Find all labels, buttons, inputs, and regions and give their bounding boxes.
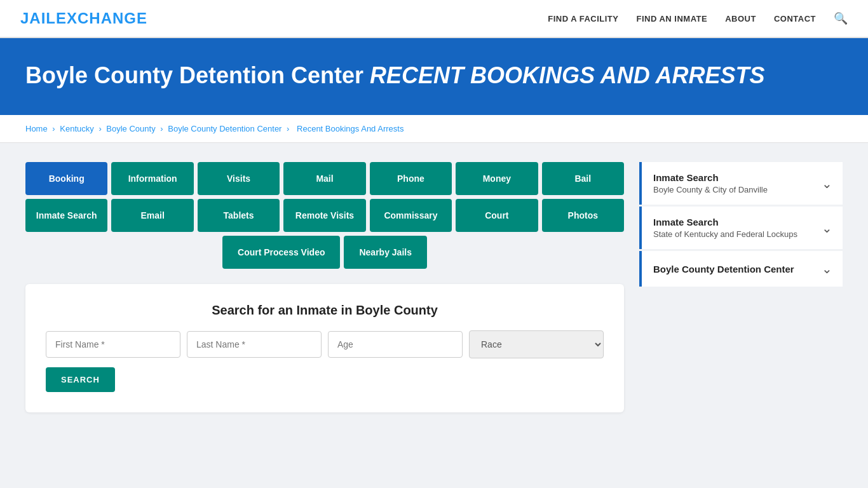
- hero-section: Boyle County Detention Center RECENT BOO…: [0, 38, 868, 115]
- sidebar-item-inmate-search-boyle[interactable]: Inmate Search Boyle County & City of Dan…: [639, 162, 843, 205]
- race-select[interactable]: Race White Black Hispanic Asian Other: [469, 330, 604, 358]
- tab-row-1: Booking Information Visits Mail Phone Mo…: [25, 162, 624, 195]
- tab-remote-visits[interactable]: Remote Visits: [283, 199, 365, 232]
- navbar: JAILEXCHANGE FIND A FACILITY FIND AN INM…: [0, 0, 868, 38]
- breadcrumb-boyle-county[interactable]: Boyle County: [106, 124, 155, 133]
- tab-inmate-search[interactable]: Inmate Search: [25, 199, 107, 232]
- chevron-down-icon: ⌄: [822, 261, 832, 276]
- nav-find-facility[interactable]: FIND A FACILITY: [548, 14, 618, 24]
- sidebar-item-title: Inmate Search: [653, 172, 768, 183]
- chevron-down-icon: ⌄: [822, 220, 832, 236]
- sidebar-item-inmate-search-state[interactable]: Inmate Search State of Kentucky and Fede…: [639, 207, 843, 249]
- right-sidebar: Inmate Search Boyle County & City of Dan…: [639, 162, 843, 287]
- breadcrumb-boyle-detention[interactable]: Boyle County Detention Center: [168, 124, 281, 133]
- page-title: Boyle County Detention Center RECENT BOO…: [25, 61, 843, 90]
- sidebar-item-title: Boyle County Detention Center: [653, 264, 794, 274]
- tab-row-3: Court Process Video Nearby Jails: [25, 236, 624, 269]
- left-content: Booking Information Visits Mail Phone Mo…: [25, 162, 624, 412]
- search-icon[interactable]: 🔍: [834, 12, 848, 25]
- main-area: Booking Information Visits Mail Phone Mo…: [0, 143, 868, 431]
- tab-nearby-jails[interactable]: Nearby Jails: [344, 236, 427, 269]
- search-title: Search for an Inmate in Boyle County: [46, 303, 604, 318]
- search-fields: Race White Black Hispanic Asian Other: [46, 330, 604, 358]
- tab-information[interactable]: Information: [111, 162, 193, 195]
- sidebar-item-title: Inmate Search: [653, 217, 797, 227]
- breadcrumb-current: Recent Bookings And Arrests: [297, 124, 403, 133]
- sidebar-item-boyle-detention[interactable]: Boyle County Detention Center ⌄: [639, 251, 843, 287]
- last-name-input[interactable]: [187, 331, 322, 358]
- tab-phone[interactable]: Phone: [370, 162, 452, 195]
- chevron-down-icon: ⌄: [822, 176, 832, 191]
- tab-mail[interactable]: Mail: [283, 162, 365, 195]
- nav-about[interactable]: ABOUT: [725, 14, 756, 24]
- sidebar-item-subtitle: Boyle County & City of Danville: [653, 185, 768, 194]
- tab-visits[interactable]: Visits: [198, 162, 280, 195]
- first-name-input[interactable]: [46, 331, 180, 358]
- logo-part1: JAIL: [20, 10, 56, 27]
- search-box: Search for an Inmate in Boyle County Rac…: [25, 284, 624, 412]
- breadcrumb-home[interactable]: Home: [25, 124, 48, 133]
- breadcrumb-kentucky[interactable]: Kentucky: [60, 124, 93, 133]
- nav-contact[interactable]: CONTACT: [774, 14, 816, 24]
- site-logo[interactable]: JAILEXCHANGE: [20, 10, 147, 27]
- logo-part2: EXCHANGE: [56, 10, 147, 27]
- tab-email[interactable]: Email: [111, 199, 193, 232]
- age-input[interactable]: [328, 331, 463, 358]
- tab-money[interactable]: Money: [456, 162, 538, 195]
- tab-booking[interactable]: Booking: [25, 162, 107, 195]
- tab-commissary[interactable]: Commissary: [370, 199, 452, 232]
- sidebar-item-subtitle: State of Kentucky and Federal Lockups: [653, 229, 797, 239]
- search-button[interactable]: SEARCH: [46, 367, 115, 392]
- nav-find-inmate[interactable]: FIND AN INMATE: [636, 14, 707, 24]
- tab-bail[interactable]: Bail: [542, 162, 624, 195]
- tab-court-process-video[interactable]: Court Process Video: [222, 236, 340, 269]
- tab-row-2: Inmate Search Email Tablets Remote Visit…: [25, 199, 624, 232]
- tab-court[interactable]: Court: [456, 199, 538, 232]
- breadcrumb: Home › Kentucky › Boyle County › Boyle C…: [0, 115, 868, 143]
- tab-photos[interactable]: Photos: [542, 199, 624, 232]
- tab-tablets[interactable]: Tablets: [198, 199, 280, 232]
- nav-links: FIND A FACILITY FIND AN INMATE ABOUT CON…: [548, 11, 848, 25]
